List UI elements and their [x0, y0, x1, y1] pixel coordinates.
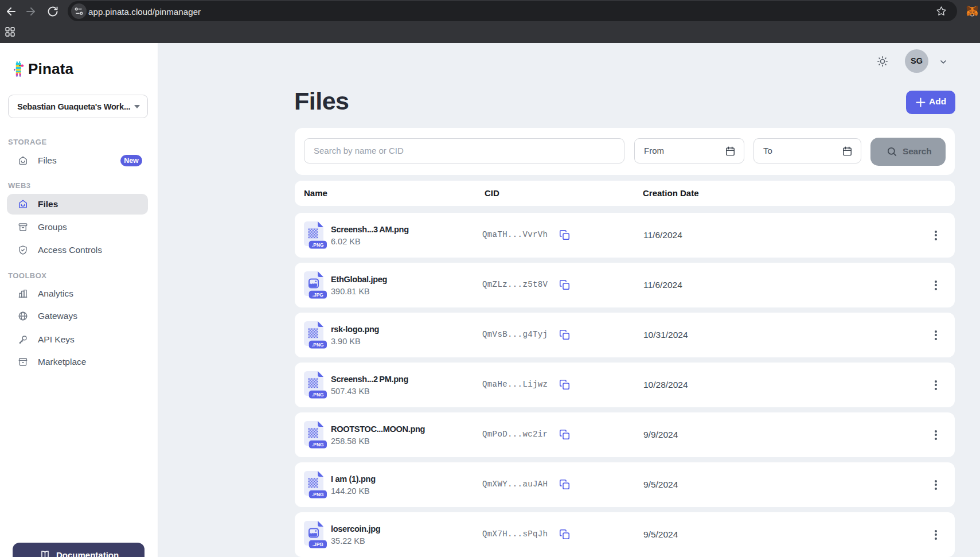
- svg-text:.JPG: .JPG: [313, 542, 323, 547]
- svg-text:.JPG: .JPG: [313, 292, 323, 298]
- svg-text:.PNG: .PNG: [312, 242, 323, 248]
- svg-text:.PNG: .PNG: [312, 492, 323, 497]
- svg-text:.PNG: .PNG: [312, 442, 323, 447]
- svg-text:.PNG: .PNG: [312, 392, 323, 398]
- svg-text:.PNG: .PNG: [312, 342, 323, 348]
